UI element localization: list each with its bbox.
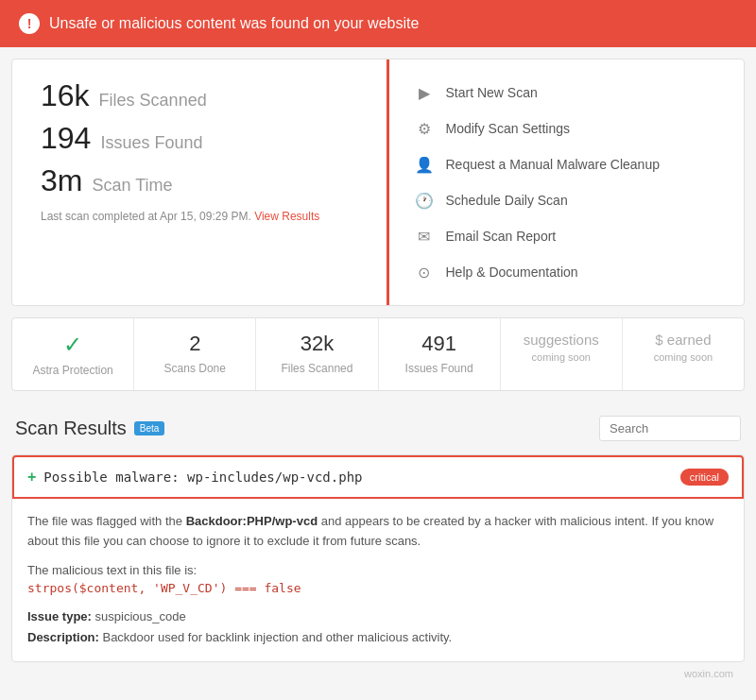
clock-icon: 🕐	[414, 190, 435, 211]
scan-time-stat: 3m Scan Time	[41, 163, 358, 198]
issue-description-row: Description: Backdoor used for backlink …	[27, 627, 729, 648]
issue-card: + Possible malware: wp-includes/wp-vcd.p…	[11, 454, 745, 662]
issues-found-stat: 194 Issues Found	[41, 121, 358, 156]
issue-body: The file was flagged with the Backdoor:P…	[12, 499, 744, 661]
issues-found-metric-label: Issues Found	[405, 362, 473, 375]
play-icon: ▶	[414, 82, 435, 103]
scan-results-title-text: Scan Results	[15, 418, 127, 439]
earned-label: coming soon	[632, 351, 734, 363]
plus-icon: +	[27, 469, 36, 486]
metric-issues-found: 491 Issues Found	[379, 318, 501, 390]
issue-type-row: Issue type: suspicious_code	[27, 606, 729, 627]
action-email-report-label: Email Scan Report	[446, 229, 557, 244]
scan-results-header: Scan Results Beta	[11, 402, 745, 451]
action-schedule-scan[interactable]: 🕐 Schedule Daily Scan	[408, 182, 726, 218]
astra-protection-label: Astra Protection	[32, 364, 112, 377]
stats-section: 16k Files Scanned 194 Issues Found 3m Sc…	[12, 60, 389, 305]
suggestions-value: suggestions	[510, 332, 612, 348]
action-email-report[interactable]: ✉ Email Scan Report	[408, 218, 726, 254]
metric-suggestions: suggestions coming soon	[501, 318, 623, 390]
files-scanned-metric-label: Files Scanned	[281, 362, 352, 375]
issues-found-label: Issues Found	[100, 133, 202, 153]
malicious-text-label: The malicious text in this file is:	[27, 563, 729, 577]
watermark: woxin.com	[11, 662, 745, 683]
user-icon: 👤	[414, 154, 435, 175]
metrics-bar: ✓ Astra Protection 2 Scans Done 32k File…	[11, 317, 745, 391]
issue-description: The file was flagged with the Backdoor:P…	[27, 512, 729, 552]
alert-banner: ! Unsafe or malicious content was found …	[0, 0, 756, 47]
code-snippet: strpos($content, 'WP_V_CD') === false	[27, 581, 729, 595]
action-start-scan[interactable]: ▶ Start New Scan	[408, 75, 726, 111]
issue-meta: Issue type: suspicious_code Description:…	[27, 606, 729, 648]
files-scanned-number: 16k	[41, 78, 90, 113]
files-scanned-label: Files Scanned	[99, 91, 207, 111]
alert-message: Unsafe or malicious content was found on…	[49, 15, 419, 32]
scan-results-section: Scan Results Beta + Possible malware: wp…	[11, 402, 745, 683]
action-manual-cleanup[interactable]: 👤 Request a Manual Malware Cleanup	[408, 146, 726, 182]
action-help-docs[interactable]: ⊙ Help & Documentation	[408, 254, 726, 290]
metric-earned: $ earned coming soon	[623, 318, 744, 390]
action-start-scan-label: Start New Scan	[446, 85, 538, 100]
metric-files-scanned: 32k Files Scanned	[256, 318, 378, 390]
search-input[interactable]	[599, 416, 741, 441]
scan-time-label: Scan Time	[92, 176, 172, 196]
issue-title-left: + Possible malware: wp-includes/wp-vcd.p…	[27, 469, 363, 486]
scans-done-label: Scans Done	[164, 362, 226, 375]
last-scan-text: Last scan completed at Apr 15, 09:29 PM.…	[41, 210, 358, 223]
help-icon: ⊙	[414, 262, 435, 282]
gear-icon: ⚙	[414, 118, 435, 139]
astra-protection-value: ✓	[22, 332, 124, 358]
beta-badge: Beta	[134, 421, 165, 435]
email-icon: ✉	[414, 226, 435, 247]
files-scanned-metric-value: 32k	[266, 332, 368, 356]
scan-time-number: 3m	[41, 163, 82, 198]
action-manual-cleanup-label: Request a Manual Malware Cleanup	[446, 157, 660, 172]
issue-header: + Possible malware: wp-includes/wp-vcd.p…	[12, 455, 744, 499]
issues-found-number: 194	[41, 121, 91, 156]
action-modify-settings[interactable]: ⚙ Modify Scan Settings	[408, 111, 726, 146]
top-card: 16k Files Scanned 194 Issues Found 3m Sc…	[11, 59, 745, 306]
action-modify-settings-label: Modify Scan Settings	[446, 121, 571, 136]
scans-done-value: 2	[144, 332, 246, 356]
view-results-link[interactable]: View Results	[254, 210, 319, 223]
metric-scans-done: 2 Scans Done	[134, 318, 256, 390]
actions-section: ▶ Start New Scan ⚙ Modify Scan Settings …	[389, 60, 745, 305]
action-schedule-scan-label: Schedule Daily Scan	[446, 193, 568, 208]
alert-icon: !	[19, 13, 40, 34]
critical-badge: critical	[680, 469, 729, 486]
files-scanned-stat: 16k Files Scanned	[41, 78, 358, 113]
suggestions-label: coming soon	[510, 351, 612, 363]
action-help-docs-label: Help & Documentation	[446, 265, 578, 280]
scan-results-title: Scan Results Beta	[15, 418, 164, 439]
metric-astra-protection: ✓ Astra Protection	[12, 318, 134, 390]
issues-found-metric-value: 491	[388, 332, 490, 356]
earned-value: $ earned	[632, 332, 734, 348]
issue-filename: Possible malware: wp-includes/wp-vcd.php	[43, 470, 362, 485]
